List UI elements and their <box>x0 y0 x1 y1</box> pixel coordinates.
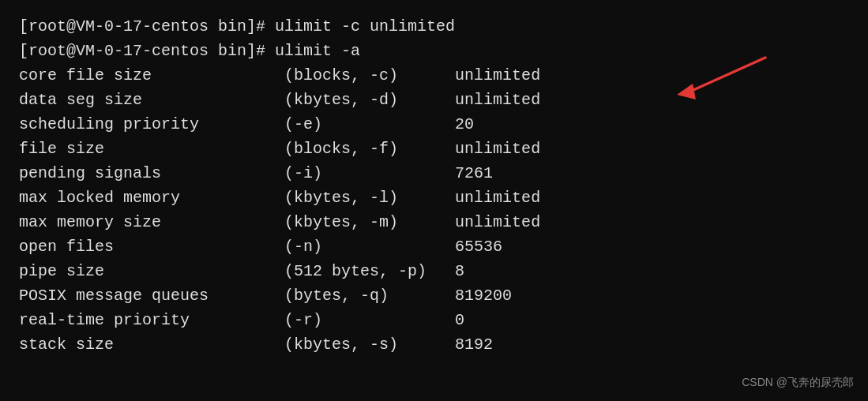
ulimit-value: 7261 <box>455 161 493 186</box>
ulimit-value: 65536 <box>455 234 502 259</box>
ulimit-name: file size <box>19 137 284 161</box>
ulimit-name: open files <box>19 234 284 259</box>
ulimit-value: 819200 <box>455 283 512 308</box>
ulimit-unit: (512 bytes, -p) <box>284 259 455 283</box>
terminal-line: core file size (blocks, -c) unlimited <box>19 63 849 88</box>
terminal-line: open files (-n) 65536 <box>19 234 849 259</box>
terminal-line: max memory size (kbytes, -m) unlimited <box>19 210 849 234</box>
ulimit-value: unlimited <box>455 137 540 161</box>
ulimit-unit: (kbytes, -s) <box>284 332 455 357</box>
ulimit-name: pending signals <box>19 161 284 186</box>
ulimit-value: unlimited <box>455 186 540 210</box>
ulimit-value: unlimited <box>455 88 540 112</box>
watermark: CSDN @飞奔的尿壳郎 <box>742 376 854 390</box>
terminal-line: POSIX message queues (bytes, -q) 819200 <box>19 283 849 308</box>
terminal-line: pending signals (-i) 7261 <box>19 161 849 186</box>
ulimit-name: scheduling priority <box>19 112 284 137</box>
terminal-line: [root@VM-0-17-centos bin]# ulimit -c unl… <box>19 14 849 39</box>
ulimit-value: unlimited <box>455 210 540 234</box>
ulimit-name: data seg size <box>19 88 284 112</box>
ulimit-name: max memory size <box>19 210 284 234</box>
ulimit-name: pipe size <box>19 259 284 283</box>
prompt-line: [root@VM-0-17-centos bin]# ulimit -c unl… <box>19 14 455 39</box>
terminal-line: pipe size (512 bytes, -p) 8 <box>19 259 849 283</box>
ulimit-unit: (kbytes, -d) <box>284 88 455 112</box>
terminal-line: file size (blocks, -f) unlimited <box>19 137 849 161</box>
ulimit-unit: (-i) <box>284 161 455 186</box>
terminal-line: stack size (kbytes, -s) 8192 <box>19 332 849 357</box>
ulimit-unit: (bytes, -q) <box>284 283 455 308</box>
ulimit-value: 8192 <box>455 332 493 357</box>
ulimit-name: real-time priority <box>19 308 284 332</box>
terminal-line: max locked memory (kbytes, -l) unlimited <box>19 186 849 210</box>
ulimit-unit: (kbytes, -m) <box>284 210 455 234</box>
ulimit-name: POSIX message queues <box>19 283 284 308</box>
ulimit-unit: (-n) <box>284 234 455 259</box>
terminal-line: [root@VM-0-17-centos bin]# ulimit -a <box>19 39 849 63</box>
terminal-line: data seg size (kbytes, -d) unlimited <box>19 88 849 112</box>
ulimit-name: max locked memory <box>19 186 284 210</box>
ulimit-name: core file size <box>19 63 284 88</box>
ulimit-unit: (-e) <box>284 112 455 137</box>
terminal-output: [root@VM-0-17-centos bin]# ulimit -c unl… <box>0 0 868 371</box>
ulimit-unit: (blocks, -f) <box>284 137 455 161</box>
terminal-line: scheduling priority (-e) 20 <box>19 112 849 137</box>
terminal-line: real-time priority (-r) 0 <box>19 308 849 332</box>
ulimit-unit: (-r) <box>284 308 455 332</box>
ulimit-value: unlimited <box>455 63 540 88</box>
ulimit-name: stack size <box>19 332 284 357</box>
ulimit-value: 8 <box>455 259 464 283</box>
ulimit-value: 0 <box>455 308 464 332</box>
ulimit-unit: (kbytes, -l) <box>284 186 455 210</box>
ulimit-unit: (blocks, -c) <box>284 63 455 88</box>
ulimit-value: 20 <box>455 112 474 137</box>
prompt-line: [root@VM-0-17-centos bin]# ulimit -a <box>19 39 360 63</box>
